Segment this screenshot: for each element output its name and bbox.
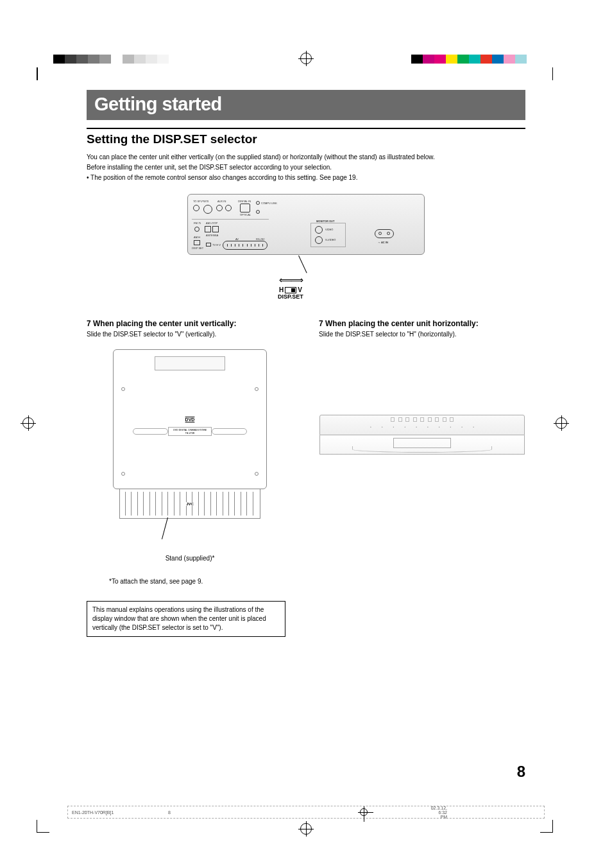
panel-label: S-VIDEO <box>325 238 336 241</box>
screw-icon <box>255 387 259 391</box>
panel-label: ANTENNA <box>206 234 218 237</box>
panel-lower-left: FM 75 AM LOOP ANTENNA AM H DISP SET TV H… <box>192 219 269 250</box>
terminal-icon <box>212 226 219 232</box>
footer-page: 8 <box>168 810 296 815</box>
disc-slot: DVD DIGITAL CINEMA SYSTEMTH-V70R <box>133 427 247 436</box>
panel-label: DISP SET <box>192 247 203 250</box>
intro-bullet: • The position of the remote control sen… <box>87 173 525 182</box>
panel-label: AUX IN <box>217 200 226 203</box>
disp-set-label: DISP.SET <box>278 293 303 300</box>
col-text-vertical: Slide the DISP.SET selector to "V" (vert… <box>87 331 293 338</box>
crop-mark <box>540 67 553 80</box>
top-vents <box>391 417 454 422</box>
jack-icon <box>216 205 223 211</box>
panel-label: OPTICAL <box>240 213 251 216</box>
col-heading-vertical: 7 When placing the center unit verticall… <box>87 319 293 328</box>
slot-center: DVD DIGITAL CINEMA SYSTEMTH-V70R <box>168 427 212 436</box>
panel-label: TO SP-PW70 <box>193 200 208 203</box>
panel-label: FM 75 <box>194 221 201 225</box>
intro-text-2: Before installing the center unit, set t… <box>87 163 525 172</box>
horizontal-unit-diagram: ●●●●●●●●●● <box>319 415 525 460</box>
jack-icon <box>256 201 260 205</box>
crop-mark <box>37 820 49 833</box>
section-heading: Setting the DISP.SET selector <box>87 132 525 146</box>
disp-switch-labels: HV <box>278 286 303 293</box>
jack-icon <box>193 205 200 211</box>
footer-bar: EN1-20TH-V70R[B]1 8 02.3.12, 6:32 PM <box>67 806 545 819</box>
panel-label: TV H V <box>212 243 221 247</box>
reg-target-left <box>22 417 34 431</box>
reg-blocks-left <box>53 55 180 64</box>
col-heading-horizontal: 7 When placing the center unit horizonta… <box>319 319 525 328</box>
screw-icon <box>255 472 259 476</box>
horizontal-bottom <box>319 435 525 455</box>
two-column-layout: 7 When placing the center unit verticall… <box>87 319 525 637</box>
scart-connector-icon <box>223 241 268 250</box>
dvd-logo: DVD <box>185 417 195 422</box>
reg-blocks-right <box>411 55 538 64</box>
note-box: This manual explains operations using th… <box>87 601 285 637</box>
jack-icon <box>256 210 260 214</box>
double-arrow-icon: ⟸⟹ <box>278 275 303 285</box>
horizontal-top: ●●●●●●●●●● <box>319 415 525 435</box>
back-panel-diagram: TO SP-PW70 AUX IN DIGITAL IN OPTICAL COM… <box>87 194 525 303</box>
panel-label: AM H <box>194 236 200 239</box>
back-panel: TO SP-PW70 AUX IN DIGITAL IN OPTICAL COM… <box>187 194 425 255</box>
stand-caption: Stand (supplied)* <box>87 555 293 562</box>
footer-target <box>296 808 431 817</box>
panel-label: VIDEO <box>325 228 333 231</box>
slot-left-icon <box>133 428 168 435</box>
jack-icon <box>315 226 323 234</box>
callout-line <box>298 256 307 273</box>
page-title: Getting started <box>87 90 525 120</box>
vertical-unit-body: DVD DVD DIGITAL CINEMA SYSTEMTH-V70R <box>113 349 267 489</box>
vertical-unit-diagram: DVD DVD DIGITAL CINEMA SYSTEMTH-V70R JVC <box>113 349 267 529</box>
panel-label: AM LOOP <box>206 221 217 225</box>
page-content: Getting started Setting the DISP.SET sel… <box>87 90 525 637</box>
right-column: 7 When placing the center unit horizonta… <box>319 319 525 637</box>
disp-set-detail: ⟸⟹ HV DISP.SET <box>278 275 303 300</box>
callout-line <box>162 517 168 539</box>
reg-target-top <box>300 53 312 67</box>
switch-icon <box>194 240 200 245</box>
panel-label: DIGITAL IN <box>238 200 251 203</box>
page-number: 8 <box>517 763 525 781</box>
crop-mark <box>540 820 553 833</box>
display-window <box>155 356 225 370</box>
panel-label: MONITOR OUT <box>316 220 334 223</box>
col-text-horizontal: Slide the DISP.SET selector to "H" (hori… <box>319 331 525 338</box>
jack-icon <box>203 205 212 214</box>
jvc-logo: JVC <box>185 502 195 506</box>
reg-target-right <box>556 417 567 431</box>
terminal-icon <box>205 226 211 232</box>
section-rule <box>87 128 525 129</box>
switch-box-icon <box>285 287 296 293</box>
jack-icon <box>315 236 323 244</box>
indicator-dots: ●●●●●●●●●● <box>365 426 479 428</box>
crop-mark <box>37 67 49 80</box>
screw-icon <box>121 387 125 391</box>
panel-label: ～ AC IN <box>378 241 388 244</box>
disc-slot-curve <box>352 446 492 453</box>
stand-footnote: *To attach the stand, see page 9. <box>109 578 293 585</box>
registration-marks <box>0 55 612 67</box>
switch-icon <box>206 243 211 247</box>
monitor-out-group: MONITOR OUT VIDEO S-VIDEO <box>310 223 346 247</box>
left-column: 7 When placing the center unit verticall… <box>87 319 293 637</box>
screw-icon <box>121 472 125 476</box>
footer-file: EN1-20TH-V70R[B]1 <box>72 810 168 815</box>
reg-target-bottom <box>300 823 312 837</box>
stand: JVC <box>119 489 260 519</box>
footer-timestamp: 02.3.12, 6:32 PM <box>431 806 540 819</box>
ac-inlet-icon <box>375 229 394 238</box>
panel-label: COMPU LINK <box>261 202 277 205</box>
jack-icon <box>194 227 200 232</box>
jack-icon <box>225 205 232 211</box>
optical-jack-icon <box>240 204 250 213</box>
slot-right-icon <box>212 428 247 435</box>
intro-text-1: You can place the center unit either ver… <box>87 153 525 162</box>
